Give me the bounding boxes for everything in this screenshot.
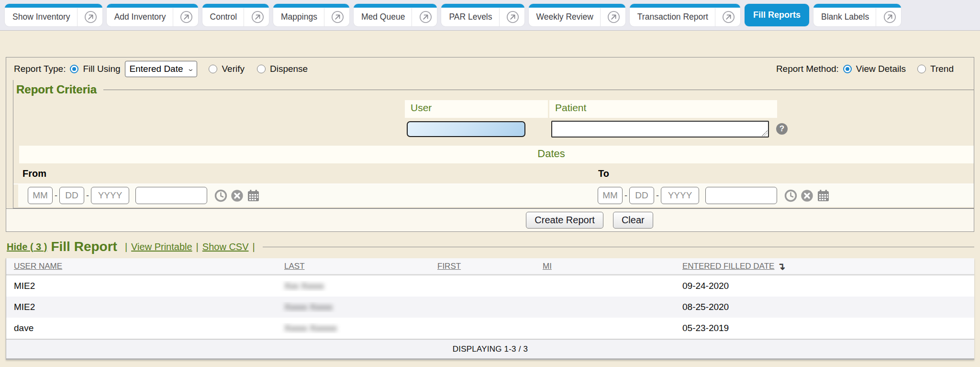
main-content: Report Type: Fill Using Entered Date ⌄ V… xyxy=(0,57,980,360)
open-in-new-window-icon[interactable] xyxy=(503,11,523,23)
table-footer: DISPLAYING 1-3 / 3 xyxy=(6,339,974,358)
report-criteria-legend-row: Report Criteria xyxy=(13,80,974,96)
open-in-new-window-icon[interactable] xyxy=(81,11,100,23)
tab-divider xyxy=(715,8,715,26)
tab-divider xyxy=(244,8,244,26)
dates-section-label: Dates xyxy=(537,148,565,160)
create-report-button[interactable]: Create Report xyxy=(526,212,603,229)
open-in-new-window-icon[interactable] xyxy=(416,11,435,23)
table-row: MIE2Xxx Xxxxx09-24-2020 xyxy=(6,275,974,297)
clear-date-icon[interactable] xyxy=(231,189,244,202)
clear-button[interactable]: Clear xyxy=(613,212,653,229)
help-icon[interactable]: ? xyxy=(776,123,788,135)
cell-last-name-redacted: Xxxxx Xxxxxx xyxy=(277,323,430,333)
calendar-icon[interactable] xyxy=(247,189,260,202)
tab-accent-bar xyxy=(202,4,269,8)
patient-input[interactable] xyxy=(551,121,769,138)
report-method-label: Report Method: xyxy=(776,64,839,74)
tab-divider xyxy=(173,8,173,26)
from-date-text-input[interactable] xyxy=(135,187,207,204)
tab-weekly-review[interactable]: Weekly Review xyxy=(529,4,625,26)
legend-divider-line xyxy=(103,90,974,90)
column-header-entered-filled-date[interactable]: ENTERED FILLED DATE↴ xyxy=(675,261,974,272)
resize-grip-icon[interactable] xyxy=(762,130,768,136)
trend-radio[interactable] xyxy=(917,65,926,73)
date-dash: - xyxy=(624,191,627,201)
cell-entered-filled-date: 09-24-2020 xyxy=(675,281,974,291)
cell-last-name-redacted-value: Xxxxx Xxxxx xyxy=(284,302,333,312)
show-csv-link[interactable]: Show CSV xyxy=(202,241,249,252)
open-in-new-window-icon[interactable] xyxy=(604,11,624,23)
column-header-user-name[interactable]: USER NAME xyxy=(6,262,277,271)
open-in-new-window-icon[interactable] xyxy=(328,11,347,23)
date-inputs-strip: - - xyxy=(18,184,974,207)
from-day-input[interactable] xyxy=(59,187,84,204)
column-header-label: MI xyxy=(543,262,552,271)
tab-blank-labels[interactable]: Blank Labels xyxy=(813,4,901,26)
to-month-input[interactable] xyxy=(598,187,623,204)
tab-transaction-report[interactable]: Transaction Report xyxy=(630,4,740,26)
tab-divider xyxy=(499,8,500,26)
verify-label: Verify xyxy=(222,64,245,74)
tab-med-queue[interactable]: Med Queue xyxy=(354,4,437,26)
user-input[interactable] xyxy=(407,121,525,137)
chevron-down-icon: ⌄ xyxy=(187,65,194,72)
from-month-input[interactable] xyxy=(28,187,53,204)
separator: | xyxy=(196,241,199,252)
verify-radio[interactable] xyxy=(209,65,217,73)
from-year-input[interactable] xyxy=(91,187,129,204)
tab-divider xyxy=(876,8,876,26)
column-header-mi[interactable]: MI xyxy=(535,262,675,271)
clock-icon[interactable] xyxy=(784,189,797,202)
fill-report-header: Hide ( 3 ) Fill Report | View Printable … xyxy=(6,239,974,254)
tab-label: Transaction Report xyxy=(637,12,708,22)
column-header-label: FIRST xyxy=(437,262,461,271)
table-row: daveXxxxx Xxxxxx05-23-2019 xyxy=(6,318,974,339)
table-row: MIE2Xxxxx Xxxxx08-25-2020 xyxy=(6,297,974,318)
cell-last-name-redacted: Xxx Xxxxx xyxy=(277,281,430,291)
cell-user-name: MIE2 xyxy=(6,302,277,312)
report-criteria-fieldset: Report Criteria User Patient ? Dates xyxy=(13,80,974,208)
to-date-icons xyxy=(784,189,830,202)
open-in-new-window-icon[interactable] xyxy=(177,11,196,23)
separator: | xyxy=(253,241,255,252)
view-printable-link[interactable]: View Printable xyxy=(131,241,192,252)
tab-show-inventory[interactable]: Show Inventory xyxy=(5,4,102,26)
calendar-icon[interactable] xyxy=(817,189,830,202)
clock-icon[interactable] xyxy=(214,189,227,202)
report-options-box: Report Type: Fill Using Entered Date ⌄ V… xyxy=(6,57,974,232)
column-header-last[interactable]: LAST xyxy=(277,262,430,271)
tab-accent-bar xyxy=(107,4,198,8)
view-details-radio[interactable] xyxy=(843,65,852,73)
to-day-input[interactable] xyxy=(629,187,654,204)
open-in-new-window-icon[interactable] xyxy=(248,11,267,23)
form-actions-band: Create Report Clear xyxy=(6,208,974,231)
dispense-radio[interactable] xyxy=(257,65,266,73)
tab-control[interactable]: Control xyxy=(202,4,269,26)
fill-using-label: Fill Using xyxy=(83,64,120,74)
table-body: MIE2Xxx Xxxxx09-24-2020MIE2Xxxxx Xxxxx08… xyxy=(6,275,974,339)
fill-using-select[interactable]: Entered Date ⌄ xyxy=(125,61,198,77)
sort-descending-icon: ↴ xyxy=(777,261,785,272)
tab-add-inventory[interactable]: Add Inventory xyxy=(107,4,198,26)
report-criteria-legend: Report Criteria xyxy=(16,83,97,96)
cell-entered-filled-date-value: 09-24-2020 xyxy=(682,281,729,291)
tab-label: Control xyxy=(210,12,237,22)
tab-accent-bar xyxy=(441,4,524,8)
tab-mappings[interactable]: Mappings xyxy=(273,4,349,26)
clear-date-icon[interactable] xyxy=(801,189,813,202)
cell-last-name-redacted: Xxxxx Xxxxx xyxy=(277,302,430,312)
user-column-label: User xyxy=(405,100,549,118)
column-header-label: LAST xyxy=(284,262,305,271)
column-header-first[interactable]: FIRST xyxy=(430,262,535,271)
fill-using-radio[interactable] xyxy=(70,65,78,73)
open-in-new-window-icon[interactable] xyxy=(880,11,899,23)
tab-fill-reports[interactable]: Fill Reports xyxy=(745,4,809,26)
to-date-text-input[interactable] xyxy=(705,187,777,204)
hide-link[interactable]: Hide ( 3 ) xyxy=(7,241,47,252)
tab-par-levels[interactable]: PAR Levels xyxy=(441,4,524,26)
separator: | xyxy=(125,241,127,252)
open-in-new-window-icon[interactable] xyxy=(719,11,738,23)
date-dash: - xyxy=(86,191,89,201)
to-year-input[interactable] xyxy=(661,187,699,204)
